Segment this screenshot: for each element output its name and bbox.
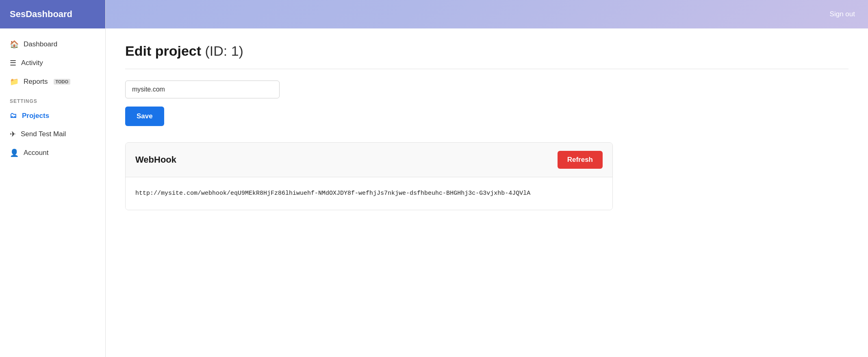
- webhook-header: WebHook Refresh: [126, 143, 612, 177]
- dashboard-icon: 🏠: [10, 40, 19, 49]
- main-content: Sign out Edit project (ID: 1) Save WebHo…: [106, 0, 868, 357]
- sidebar-item-label: Send Test Mail: [21, 130, 66, 138]
- reports-icon: 📁: [10, 77, 19, 86]
- page-title-text: Edit project: [125, 43, 201, 59]
- webhook-section: WebHook Refresh http://mysite.com/webhoo…: [125, 142, 613, 210]
- projects-icon: 🗂: [10, 111, 17, 120]
- brand-label: SesDashboard: [10, 9, 72, 20]
- webhook-title: WebHook: [135, 155, 176, 165]
- save-button[interactable]: Save: [125, 107, 164, 126]
- sidebar-brand: SesDashboard: [0, 0, 105, 28]
- refresh-button[interactable]: Refresh: [558, 151, 603, 169]
- sign-out-button[interactable]: Sign out: [830, 10, 855, 18]
- sidebar-item-label: Dashboard: [24, 40, 57, 48]
- reports-badge: TODO: [54, 79, 71, 85]
- sidebar-item-projects[interactable]: 🗂 Projects: [0, 107, 105, 125]
- webhook-url: http://mysite.com/webhook/eqU9MEkR8HjFz8…: [135, 189, 603, 198]
- content-area: Edit project (ID: 1) Save WebHook Refres…: [106, 28, 868, 357]
- send-test-mail-icon: ✈: [10, 130, 16, 139]
- sidebar-item-account[interactable]: 👤 Account: [0, 144, 105, 162]
- title-divider: [125, 69, 848, 69]
- sidebar-item-label: Account: [24, 149, 48, 157]
- sidebar: SesDashboard 🏠 Dashboard ☰ Activity 📁 Re…: [0, 0, 106, 357]
- sidebar-item-label: Projects: [22, 112, 49, 120]
- page-title-id: (ID: 1): [205, 43, 243, 59]
- settings-section-label: SETTINGS: [0, 91, 105, 107]
- project-name-input[interactable]: [125, 81, 280, 98]
- sidebar-item-activity[interactable]: ☰ Activity: [0, 54, 105, 72]
- webhook-body: http://mysite.com/webhook/eqU9MEkR8HjFz8…: [126, 177, 612, 210]
- page-title: Edit project (ID: 1): [125, 43, 848, 59]
- topbar: Sign out: [106, 0, 868, 28]
- sidebar-item-send-test-mail[interactable]: ✈ Send Test Mail: [0, 125, 105, 144]
- account-icon: 👤: [10, 148, 19, 157]
- sidebar-item-label: Activity: [21, 59, 43, 67]
- sidebar-item-dashboard[interactable]: 🏠 Dashboard: [0, 35, 105, 54]
- sidebar-item-label: Reports: [24, 78, 48, 86]
- activity-icon: ☰: [10, 59, 16, 67]
- sidebar-item-reports[interactable]: 📁 Reports TODO: [0, 72, 105, 91]
- sidebar-nav: 🏠 Dashboard ☰ Activity 📁 Reports TODO SE…: [0, 28, 105, 357]
